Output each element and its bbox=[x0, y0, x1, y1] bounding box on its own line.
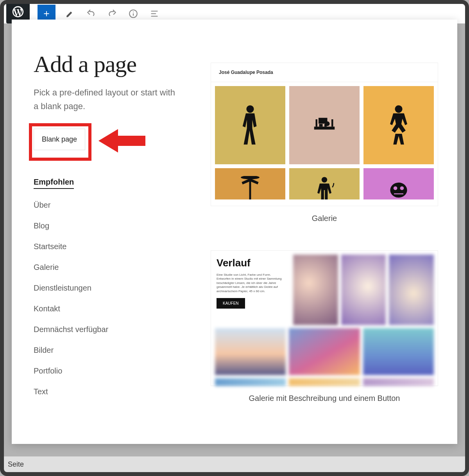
edit-icon[interactable] bbox=[63, 7, 77, 20]
category-item-uber[interactable]: Über bbox=[34, 201, 184, 210]
template-galerie[interactable]: José Guadalupe Posada Galerie bbox=[207, 63, 442, 223]
category-item-empfohlen[interactable]: Empfohlen bbox=[34, 178, 74, 189]
undo-icon[interactable] bbox=[84, 7, 98, 20]
template-thumbnail: José Guadalupe Posada bbox=[211, 63, 438, 206]
thumbnail-button: KAUFEN bbox=[217, 298, 245, 309]
svg-point-13 bbox=[394, 186, 397, 190]
info-icon[interactable] bbox=[127, 7, 140, 20]
svg-rect-2 bbox=[314, 127, 335, 130]
svg-point-9 bbox=[395, 105, 402, 113]
category-item-portfolio[interactable]: Portfolio bbox=[34, 366, 184, 375]
category-list: Empfohlen Über Blog Startseite Galerie D… bbox=[34, 178, 184, 396]
page-status: Seite bbox=[4, 456, 465, 472]
category-item-dienstleistungen[interactable]: Dienstleistungen bbox=[34, 284, 184, 293]
svg-point-1 bbox=[246, 105, 254, 113]
category-item-bilder[interactable]: Bilder bbox=[34, 346, 184, 355]
thumbnail-body: Eine Studie von Licht, Farbe und Form. E… bbox=[217, 273, 284, 293]
template-thumbnail: Verlauf Eine Studie von Licht, Farbe und… bbox=[211, 250, 438, 386]
svg-rect-7 bbox=[319, 124, 323, 127]
template-label: Galerie bbox=[312, 214, 337, 223]
thumbnail-heading: Verlauf bbox=[217, 257, 284, 269]
thumbnail-heading: José Guadalupe Posada bbox=[211, 63, 438, 82]
svg-point-14 bbox=[400, 186, 404, 190]
svg-rect-4 bbox=[331, 119, 333, 127]
outline-icon[interactable] bbox=[148, 7, 161, 20]
category-item-demnachst[interactable]: Demnächst verfügbar bbox=[34, 325, 184, 334]
svg-point-12 bbox=[390, 183, 407, 198]
redo-icon[interactable] bbox=[106, 7, 119, 20]
blank-page-button[interactable]: Blank page bbox=[34, 129, 85, 150]
modal-subtitle: Pick a pre-defined layout or start with … bbox=[34, 86, 182, 113]
category-item-blog[interactable]: Blog bbox=[34, 221, 184, 230]
svg-rect-8 bbox=[324, 124, 327, 127]
template-galerie-beschreibung[interactable]: Verlauf Eine Studie von Licht, Farbe und… bbox=[207, 250, 442, 403]
category-item-galerie[interactable]: Galerie bbox=[34, 263, 184, 272]
annotation-arrow-icon bbox=[98, 127, 145, 154]
category-item-kontakt[interactable]: Kontakt bbox=[34, 304, 184, 313]
category-item-text[interactable]: Text bbox=[34, 387, 184, 396]
category-item-startseite[interactable]: Startseite bbox=[34, 242, 184, 251]
svg-rect-3 bbox=[316, 119, 318, 127]
template-label: Galerie mit Beschreibung und einem Butto… bbox=[249, 394, 400, 403]
page-status-text: Seite bbox=[8, 460, 24, 469]
svg-point-10 bbox=[241, 176, 260, 179]
add-page-modal: Add a page Pick a pre-defined layout or … bbox=[12, 20, 457, 444]
svg-point-11 bbox=[322, 177, 327, 182]
modal-title: Add a page bbox=[34, 51, 184, 78]
